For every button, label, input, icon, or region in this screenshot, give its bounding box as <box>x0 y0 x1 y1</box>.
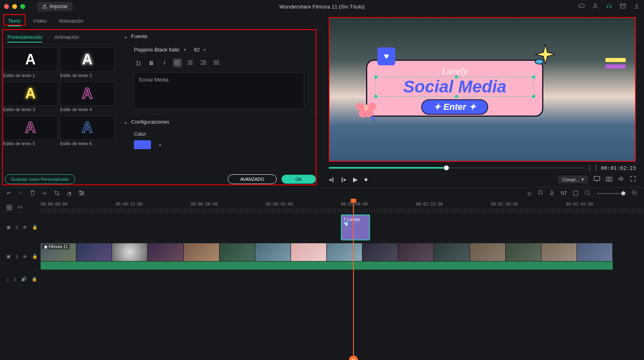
text-social-selected[interactable]: Social Media <box>375 77 534 97</box>
subtab-preestablecido[interactable]: Preestablecido <box>7 32 42 43</box>
svg-rect-8 <box>594 176 600 180</box>
align-left-button[interactable] <box>173 58 182 67</box>
font-size-dropdown[interactable]: 82▾ <box>194 47 206 53</box>
track-overlay: ▣2👁🔒 T Lovely 💎 <box>0 212 644 242</box>
preset-style-3[interactable]: AEstilo de texto 3 <box>3 81 58 113</box>
import-label: Importar <box>50 4 68 9</box>
eye-icon[interactable]: 👁 <box>23 225 27 230</box>
svg-rect-22 <box>10 205 12 207</box>
gem-icon: 💎 <box>343 222 349 227</box>
maximize-icon[interactable] <box>20 4 25 9</box>
delete-button[interactable] <box>30 190 35 197</box>
play-button[interactable]: ▶ <box>353 176 358 183</box>
video-clip[interactable]: ▣ Filmora 11 <box>41 243 613 261</box>
svg-rect-16 <box>563 193 564 194</box>
svg-point-6 <box>365 109 373 118</box>
scrubber-thumb[interactable] <box>444 165 449 170</box>
display-icon[interactable] <box>594 176 600 183</box>
link-icon[interactable] <box>17 205 23 212</box>
mixer-icon[interactable] <box>561 191 566 197</box>
crop-button[interactable] <box>54 191 60 197</box>
snap-icon[interactable] <box>573 191 578 197</box>
preview-canvas[interactable]: ♥ Lovely Social Media ✦ Enter ✦ <box>329 17 636 162</box>
timeline-mode-icon[interactable] <box>6 205 12 212</box>
scissors-icon[interactable]: ✂ <box>349 356 358 360</box>
playhead[interactable]: ✂ <box>353 199 354 360</box>
speaker-icon[interactable]: 🔊 <box>21 276 27 282</box>
time-ruler[interactable]: 00:00:00:00 00:00:15:00 00:00:30:00 00:0… <box>41 199 644 212</box>
download-icon[interactable] <box>633 3 640 11</box>
align-center-button[interactable] <box>186 58 195 67</box>
svg-rect-15 <box>561 192 562 193</box>
preset-style-2[interactable]: AEstilo de texto 2 <box>60 47 114 79</box>
mark-out-icon[interactable]: } <box>595 164 597 171</box>
minimize-icon[interactable] <box>12 4 17 9</box>
align-justify-button[interactable] <box>212 58 221 67</box>
title-overlay[interactable]: ♥ Lovely Social Media ✦ Enter ✦ <box>366 52 543 117</box>
svg-rect-21 <box>7 205 9 207</box>
font-family-dropdown[interactable]: Poppins Black Italic▾ <box>134 47 186 53</box>
import-icon <box>42 4 47 10</box>
align-right-button[interactable] <box>199 58 208 67</box>
mic-icon[interactable] <box>549 190 554 197</box>
volume-icon[interactable] <box>618 176 625 183</box>
redo-button[interactable]: ↷ <box>18 191 23 197</box>
cloud-icon[interactable] <box>578 3 585 11</box>
zoom-fit-icon[interactable] <box>632 190 638 197</box>
preset-style-5[interactable]: AEstilo de texto 5 <box>3 116 58 147</box>
chevron-down-icon[interactable]: ▾ <box>159 143 161 147</box>
preset-style-4[interactable]: AEstilo de texto 4 <box>60 81 114 113</box>
config-section-header[interactable]: ⌄Configuraciones <box>122 116 317 128</box>
prev-frame-button[interactable]: ◂∥ <box>329 176 334 182</box>
speed-button[interactable]: ◔ <box>67 191 71 197</box>
advanced-button[interactable]: AVANZADO <box>228 174 277 184</box>
user-icon[interactable] <box>592 3 599 11</box>
render-icon[interactable]: ⊙ <box>527 191 532 197</box>
headphones-icon[interactable] <box>606 3 612 11</box>
cut-button[interactable]: ✂ <box>43 191 47 197</box>
save-custom-button[interactable]: Guardar como Personalizado <box>5 174 75 184</box>
quality-dropdown[interactable]: Compl...▾ <box>558 176 588 183</box>
bold-button[interactable]: B <box>147 58 156 67</box>
lock-icon[interactable]: 🔒 <box>32 254 38 259</box>
lock-icon[interactable]: 🔒 <box>32 276 37 282</box>
tab-texto[interactable]: Texto <box>8 16 21 26</box>
mark-in-icon[interactable]: { <box>588 164 590 171</box>
mail-icon[interactable] <box>620 3 626 11</box>
color-picker[interactable] <box>134 140 151 149</box>
subtab-animacion[interactable]: Animación <box>54 32 79 43</box>
text-content-input[interactable]: Social Media <box>134 72 304 109</box>
timeline[interactable]: 00:00:00:00 00:00:15:00 00:00:30:00 00:0… <box>0 199 644 360</box>
preview-scrubber[interactable] <box>329 167 584 169</box>
color-bars <box>605 58 626 69</box>
close-icon[interactable] <box>4 4 9 9</box>
italic-button[interactable]: I <box>160 58 169 67</box>
eye-icon[interactable]: 👁 <box>23 254 27 259</box>
import-button[interactable]: Importar <box>37 2 73 11</box>
preset-style-6[interactable]: AEstilo de texto 6 <box>60 116 114 147</box>
next-frame-button[interactable]: ∥▸ <box>341 176 347 182</box>
snapshot-icon[interactable] <box>606 176 612 183</box>
undo-button[interactable]: ↶ <box>6 191 11 197</box>
svg-point-11 <box>80 191 81 192</box>
ok-button[interactable]: OK <box>282 175 316 184</box>
color-label: Color: <box>134 131 147 137</box>
tab-animacion[interactable]: Animación <box>59 16 84 26</box>
enter-badge: ✦ Enter ✦ <box>421 99 488 115</box>
fullscreen-icon[interactable] <box>630 176 636 183</box>
zoom-slider[interactable] <box>597 193 625 194</box>
text-transform-button[interactable]: Tт <box>134 58 143 67</box>
lock-icon[interactable]: 🔒 <box>32 225 38 230</box>
zoom-icon[interactable] <box>585 190 590 197</box>
marker-icon[interactable] <box>538 190 543 197</box>
font-section-header[interactable]: ⌄Fuente <box>122 30 317 43</box>
tab-video[interactable]: Vídeo <box>33 16 47 26</box>
stop-button[interactable]: ■ <box>364 176 368 182</box>
title-clip[interactable]: T Lovely 💎 <box>341 214 370 240</box>
track-video: ▣1👁🔒 ▣ Filmora 11 <box>0 242 644 271</box>
preset-style-1[interactable]: AEstilo de texto 1 <box>3 47 58 79</box>
flower-icon <box>354 96 378 121</box>
adjust-button[interactable] <box>79 191 84 197</box>
text-lovely: Lovely <box>375 66 534 77</box>
svg-rect-24 <box>10 208 12 210</box>
